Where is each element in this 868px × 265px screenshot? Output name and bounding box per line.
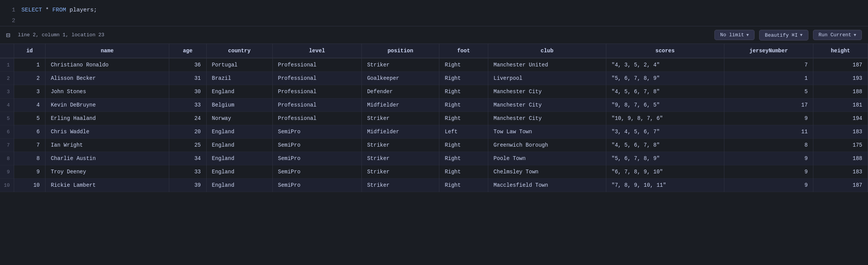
cell-level: SemiPro (272, 125, 361, 139)
col-header-height: height (813, 44, 868, 58)
cell-age: 33 (169, 165, 206, 179)
toolbar: ⊟ line 2, column 1, location 23 No limit… (0, 26, 868, 44)
cell-position: Striker (361, 58, 439, 72)
cell-scores: "3, 4, 5, 6, 7" (606, 125, 724, 139)
table-row: 1010Rickie Lambert39EnglandSemiProStrike… (0, 179, 868, 192)
cell-foot: Right (439, 139, 488, 152)
cell-club: Chelmsley Town (488, 165, 606, 179)
run-current-button[interactable]: Run Current ▼ (813, 30, 862, 40)
row-number: 4 (0, 99, 14, 112)
cell-level: SemiPro (272, 139, 361, 152)
table-row: 99Troy Deeney33EnglandSemiProStrikerRigh… (0, 165, 868, 179)
cell-position: Goalkeeper (361, 72, 439, 85)
col-header-name: name (45, 44, 169, 58)
cell-scores: "9, 8, 7, 6, 5" (606, 99, 724, 112)
cell-jerseyNumber: 5 (724, 85, 813, 99)
cell-club: Poole Town (488, 152, 606, 165)
cell-scores: "5, 6, 7, 8, 9" (606, 152, 724, 165)
cell-id: 9 (14, 165, 45, 179)
cell-position: Striker (361, 112, 439, 125)
cell-level: SemiPro (272, 165, 361, 179)
cell-jerseyNumber: 17 (724, 99, 813, 112)
cell-foot: Right (439, 99, 488, 112)
results-container: id name age country level position foot … (0, 44, 868, 192)
keyword-star: * (45, 7, 52, 13)
cell-foot: Right (439, 165, 488, 179)
cell-name: Troy Deeney (45, 165, 169, 179)
keyword-select: SELECT (21, 7, 42, 13)
keyword-from: FROM (52, 7, 66, 13)
code-line-1: 1 SELECT * FROM players; (0, 5, 868, 15)
beautify-button[interactable]: Beautify ⌘I ▼ (759, 30, 808, 40)
cell-level: SemiPro (272, 152, 361, 165)
cell-club: Manchester City (488, 99, 606, 112)
row-number: 10 (0, 179, 14, 192)
table-row: 11Christiano Ronaldo36PortugalProfession… (0, 58, 868, 72)
cell-foot: Right (439, 58, 488, 72)
cell-name: John Stones (45, 85, 169, 99)
row-number: 7 (0, 139, 14, 152)
beautify-label: Beautify ⌘I (765, 32, 798, 38)
col-header-country: country (206, 44, 272, 58)
col-header-rownum (0, 44, 14, 58)
cell-scores: "5, 6, 7, 8, 9" (606, 72, 724, 85)
cell-country: England (206, 85, 272, 99)
cell-height: 187 (813, 58, 868, 72)
cell-club: Manchester City (488, 85, 606, 99)
cell-age: 24 (169, 112, 206, 125)
cell-height: 183 (813, 125, 868, 139)
keyword-table: players; (70, 7, 97, 13)
table-row: 77Ian Wright25EnglandSemiProStrikerRight… (0, 139, 868, 152)
col-header-foot: foot (439, 44, 488, 58)
cell-jerseyNumber: 1 (724, 72, 813, 85)
cell-age: 20 (169, 125, 206, 139)
cell-country: Belgium (206, 99, 272, 112)
cell-country: England (206, 125, 272, 139)
col-header-level: level (272, 44, 361, 58)
cell-height: 181 (813, 99, 868, 112)
cell-age: 36 (169, 58, 206, 72)
cell-name: Erling Haaland (45, 112, 169, 125)
beautify-chevron: ▼ (800, 33, 803, 37)
cell-country: England (206, 139, 272, 152)
cell-id: 4 (14, 99, 45, 112)
cell-jerseyNumber: 8 (724, 139, 813, 152)
cell-jerseyNumber: 9 (724, 112, 813, 125)
cell-id: 2 (14, 72, 45, 85)
table-row: 66Chris Waddle20EnglandSemiProMidfielder… (0, 125, 868, 139)
col-header-position: position (361, 44, 439, 58)
cell-position: Striker (361, 139, 439, 152)
no-limit-button[interactable]: No limit ▼ (714, 30, 755, 40)
cell-id: 7 (14, 139, 45, 152)
col-header-age: age (169, 44, 206, 58)
line-number-1: 1 (5, 7, 15, 13)
cell-height: 175 (813, 139, 868, 152)
row-number: 3 (0, 85, 14, 99)
cell-level: Professional (272, 58, 361, 72)
cell-name: Ian Wright (45, 139, 169, 152)
cell-club: Manchester United (488, 58, 606, 72)
cell-age: 34 (169, 152, 206, 165)
cell-id: 6 (14, 125, 45, 139)
cell-position: Striker (361, 165, 439, 179)
row-number: 8 (0, 152, 14, 165)
cell-jerseyNumber: 9 (724, 165, 813, 179)
cell-id: 1 (14, 58, 45, 72)
cell-foot: Right (439, 72, 488, 85)
code-content-1: SELECT * FROM players; (21, 7, 97, 13)
editor-area: 1 SELECT * FROM players; 2 (0, 0, 868, 26)
table-row: 55Erling Haaland24NorwayProfessionalStri… (0, 112, 868, 125)
cell-country: Brazil (206, 72, 272, 85)
cell-position: Striker (361, 152, 439, 165)
cell-jerseyNumber: 9 (724, 152, 813, 165)
cell-country: Portugal (206, 58, 272, 72)
table-body: 11Christiano Ronaldo36PortugalProfession… (0, 58, 868, 192)
cell-level: Professional (272, 72, 361, 85)
cell-age: 31 (169, 72, 206, 85)
cell-scores: "4, 5, 6, 7, 8" (606, 139, 724, 152)
cell-club: Greenwich Borough (488, 139, 606, 152)
cell-club: Liverpool (488, 72, 606, 85)
cell-name: Charlie Austin (45, 152, 169, 165)
cell-country: Norway (206, 112, 272, 125)
run-label: Run Current (819, 32, 852, 38)
